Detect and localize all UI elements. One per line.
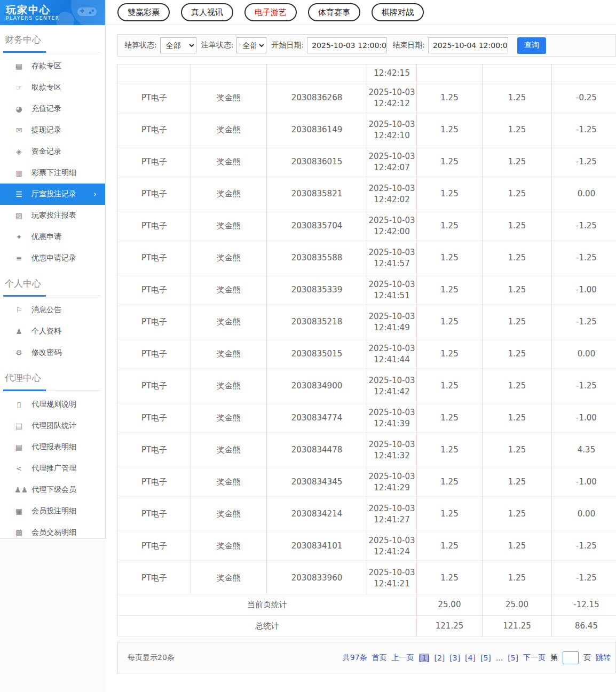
order-number-cell: 2030834900 [267, 370, 367, 402]
sidebar-item-member-bet-detail[interactable]: ▦会员投注明细 [0, 500, 105, 522]
valid-amount-cell: 1.25 [483, 466, 552, 498]
category-tabbar: 雙赢彩票真人视讯电子游艺体育赛事棋牌对战 [106, 0, 616, 25]
bet-clock: 12:42:00 [367, 226, 416, 237]
vendor-cell: PT电子 [118, 306, 191, 338]
page-link-6[interactable]: ... [496, 654, 503, 662]
vendor-cell: PT电子 [118, 114, 191, 146]
sidebar-item-promo-apply-records[interactable]: ≡优惠申请记录 [0, 248, 105, 269]
page-link-4[interactable]: [4] [465, 654, 476, 662]
profit-cell: 0.00 [552, 498, 616, 530]
bet-time-cell: 2025-10-0312:41:32 [367, 434, 417, 466]
bet-amount-cell: 1.25 [417, 306, 483, 338]
bet-date: 2025-10-03 [367, 503, 416, 514]
bet-amount-cell: 1.25 [417, 370, 483, 402]
sidebar-item-recharge-records[interactable]: ◕充值记录 [0, 98, 105, 120]
sidebar-item-agent-promo-manage[interactable]: <代理推广管理 [0, 458, 105, 479]
bet-time-cell: 2025-10-0312:42:02 [367, 178, 417, 210]
order-number-cell: 2030836015 [267, 146, 367, 178]
page-link-5[interactable]: [5] [480, 654, 491, 662]
tab-live-video[interactable]: 真人视讯 [181, 3, 233, 21]
table-row: PT电子奖金熊20308357042025-10-0312:42:001.251… [118, 210, 616, 242]
sidebar-item-withdraw-zone[interactable]: ☞取款专区 [0, 77, 105, 98]
sidebar-item-agent-rules[interactable]: ▯代理规则说明 [0, 394, 105, 415]
game-name-cell: 奖金熊 [191, 562, 267, 594]
valid-amount-cell: 1.25 [483, 338, 552, 370]
table-row: PT电子奖金熊20308342142025-10-0312:41:271.251… [118, 498, 616, 530]
pagination-bar: 每页显示20条 共97条 首页 上一页 [1][2][3][4][5]...[5… [117, 642, 616, 673]
profit-cell: -0.25 [552, 82, 616, 114]
start-date-input[interactable] [307, 37, 387, 53]
page-link-7[interactable]: [5] [508, 654, 518, 662]
tab-e-games[interactable]: 电子游艺 [244, 3, 297, 21]
valid-amount-cell: 1.25 [483, 146, 552, 178]
bet-amount-cell: 1.25 [417, 274, 483, 306]
sidebar-item-promo-apply[interactable]: ✦优惠申请 [0, 226, 105, 248]
share-icon: < [14, 464, 23, 473]
bet-amount-cell: 1.25 [417, 498, 483, 530]
jump-prefix-label: 第 [550, 653, 558, 663]
next-page-link[interactable]: 下一页 [523, 653, 546, 663]
sidebar-item-withdrawal-records[interactable]: ✉提现记录 [0, 120, 105, 141]
profit-cell: -1.00 [552, 274, 616, 306]
first-page-link[interactable]: 首页 [372, 653, 387, 663]
page-link-1[interactable]: [1] [419, 654, 430, 662]
vendor-cell: PT电子 [118, 562, 191, 594]
order-number-cell: 2030836268 [267, 82, 367, 114]
sidebar-item-profile[interactable]: ♟个人资料 [0, 321, 105, 342]
order-status-select[interactable]: 全部 [236, 37, 266, 53]
valid-amount-cell: 1.25 [483, 242, 552, 274]
bet-clock: 12:41:32 [367, 450, 416, 462]
ledger-icon: ▩ [14, 528, 23, 537]
people-icon: ♟♟ [14, 486, 23, 494]
sidebar-item-agent-report-detail[interactable]: ▤代理报表明细 [0, 436, 105, 458]
bet-clock: 12:41:57 [367, 258, 416, 269]
sidebar: 玩家中心 PLAYERS CENTER 财务中心▤存款专区☞取款专区◕充值记录✉… [0, 0, 106, 539]
sidebar-item-label: 存款专区 [31, 61, 61, 71]
sidebar-item-label: 玩家投注报表 [31, 211, 76, 220]
page-link-3[interactable]: [3] [449, 654, 460, 662]
sidebar-item-hall-bet-records[interactable]: ☰厅室投注记录› [0, 184, 105, 205]
sidebar-header: 玩家中心 PLAYERS CENTER [0, 0, 105, 25]
end-date-input[interactable] [428, 37, 508, 53]
sidebar-item-message-board[interactable]: ⚐消息公告 [0, 299, 105, 321]
vendor-cell: PT电子 [118, 466, 191, 498]
sidebar-item-label: 代理规则说明 [31, 400, 76, 409]
valid-amount-cell: 1.25 [483, 402, 552, 434]
settle-status-select[interactable]: 全部 [160, 37, 196, 53]
sidebar-item-agent-sub-members[interactable]: ♟♟代理下级会员 [0, 479, 105, 500]
sidebar-item-deposit-zone[interactable]: ▤存款专区 [0, 55, 105, 77]
jump-button[interactable]: 跳转 [596, 653, 611, 663]
game-name-cell: 奖金熊 [191, 498, 267, 530]
valid-amount-cell: 1.25 [483, 114, 552, 146]
vendor-cell: PT电子 [118, 82, 191, 114]
bet-amount-cell: 1.25 [417, 146, 483, 178]
list-records-icon: ≡ [14, 254, 23, 263]
sidebar-item-funds-records[interactable]: ◈资金记录 [0, 141, 105, 162]
prev-page-link[interactable]: 上一页 [392, 653, 414, 663]
settle-status-label: 结算状态: [124, 41, 157, 50]
gift-icon: ✦ [14, 233, 23, 241]
sidebar-item-player-bet-report[interactable]: ▨玩家投注报表 [0, 205, 105, 226]
list-icon: ☰ [14, 190, 23, 198]
table-row-partial: 12:42:15 [118, 65, 616, 82]
bet-amount-cell: 1.25 [417, 434, 483, 466]
bet-date: 2025-10-03 [367, 439, 416, 450]
sidebar-item-lottery-bet-detail[interactable]: ▥彩票下注明细 [0, 162, 105, 184]
bet-date: 2025-10-03 [367, 151, 416, 162]
report-chart-icon: ▨ [14, 211, 23, 220]
tab-sports[interactable]: 体育赛事 [308, 3, 360, 21]
summary-profit-cell: 86.45 [552, 616, 616, 637]
sidebar-item-change-password[interactable]: ⚙修改密码 [0, 342, 105, 363]
pager: 共97条 首页 上一页 [1][2][3][4][5]...[5] 下一页 第 … [343, 651, 611, 664]
jump-page-input[interactable] [563, 651, 579, 664]
sidebar-item-agent-team-stats[interactable]: ▤代理团队统计 [0, 415, 105, 436]
page-link-2[interactable]: [2] [434, 654, 445, 662]
tab-board-games[interactable]: 棋牌对战 [372, 3, 424, 21]
tab-lottery[interactable]: 雙赢彩票 [117, 3, 170, 21]
profit-cell: 0.00 [552, 178, 616, 210]
profit-cell: -1.25 [552, 530, 616, 562]
order-number-cell: 2030835015 [267, 338, 367, 370]
query-button[interactable]: 查询 [517, 37, 546, 54]
sidebar-item-label: 资金记录 [31, 147, 61, 156]
section-header: 个人中心 [5, 277, 100, 296]
